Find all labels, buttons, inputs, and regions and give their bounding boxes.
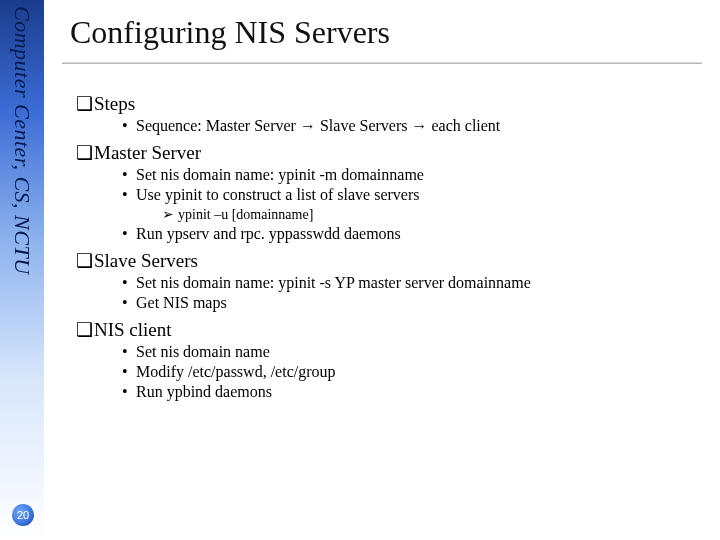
list-item: • Use ypinit to construct a list of slav… bbox=[122, 186, 702, 204]
rail-org-text: Computer Center, CS, NCTU bbox=[9, 6, 35, 275]
list-item: • Modify /etc/passwd, /etc/group bbox=[122, 363, 702, 381]
title-underline bbox=[62, 62, 702, 64]
arrow-icon: → bbox=[411, 117, 427, 134]
text-run: Sequence: Master Server bbox=[136, 117, 300, 134]
section-heading-steps: ❑ Steps bbox=[76, 92, 702, 115]
item-text: Set nis domain name bbox=[136, 343, 270, 361]
list-item: • Set nis domain name: ypinit -s YP mast… bbox=[122, 274, 702, 292]
list-item: • Set nis domain name: ypinit -m domainn… bbox=[122, 166, 702, 184]
content-area: ❑ Steps • Sequence: Master Server → Slav… bbox=[76, 92, 702, 401]
arrow-icon: → bbox=[300, 117, 316, 134]
slide-title: Configuring NIS Servers bbox=[70, 14, 390, 51]
left-rail: Computer Center, CS, NCTU bbox=[0, 0, 44, 540]
bullet-dot-icon: • bbox=[122, 343, 136, 361]
bullet-dot-icon: • bbox=[122, 166, 136, 184]
heading-text: Steps bbox=[94, 93, 135, 115]
item-text: Sequence: Master Server → Slave Servers … bbox=[136, 117, 500, 135]
section-heading-client: ❑ NIS client bbox=[76, 318, 702, 341]
slide: Computer Center, CS, NCTU 20 Configuring… bbox=[0, 0, 720, 540]
list-item: ➢ ypinit –u [domainname] bbox=[162, 206, 702, 223]
bullet-dot-icon: • bbox=[122, 383, 136, 401]
bullet-arrowhead-icon: ➢ bbox=[162, 206, 178, 223]
heading-text: Master Server bbox=[94, 142, 201, 164]
bullet-square-icon: ❑ bbox=[76, 249, 94, 272]
text-run: each client bbox=[427, 117, 500, 134]
list-item: • Sequence: Master Server → Slave Server… bbox=[122, 117, 702, 135]
bullet-dot-icon: • bbox=[122, 294, 136, 312]
list-item: • Set nis domain name bbox=[122, 343, 702, 361]
text-run: Slave Servers bbox=[316, 117, 412, 134]
item-text: Use ypinit to construct a list of slave … bbox=[136, 186, 420, 204]
heading-text: Slave Servers bbox=[94, 250, 198, 272]
bullet-dot-icon: • bbox=[122, 363, 136, 381]
section-heading-slave: ❑ Slave Servers bbox=[76, 249, 702, 272]
item-text: Set nis domain name: ypinit -s YP master… bbox=[136, 274, 531, 292]
item-text: Set nis domain name: ypinit -m domainnam… bbox=[136, 166, 424, 184]
list-item: • Run ypbind daemons bbox=[122, 383, 702, 401]
bullet-square-icon: ❑ bbox=[76, 141, 94, 164]
list-item: • Get NIS maps bbox=[122, 294, 702, 312]
section-heading-master: ❑ Master Server bbox=[76, 141, 702, 164]
item-text: ypinit –u [domainname] bbox=[178, 207, 313, 223]
item-text: Modify /etc/passwd, /etc/group bbox=[136, 363, 336, 381]
item-text: Get NIS maps bbox=[136, 294, 227, 312]
page-number-badge: 20 bbox=[12, 504, 34, 526]
bullet-square-icon: ❑ bbox=[76, 318, 94, 341]
bullet-dot-icon: • bbox=[122, 274, 136, 292]
item-text: Run ypbind daemons bbox=[136, 383, 272, 401]
bullet-dot-icon: • bbox=[122, 225, 136, 243]
bullet-dot-icon: • bbox=[122, 186, 136, 204]
bullet-dot-icon: • bbox=[122, 117, 136, 135]
item-text: Run ypserv and rpc. yppasswdd daemons bbox=[136, 225, 401, 243]
list-item: • Run ypserv and rpc. yppasswdd daemons bbox=[122, 225, 702, 243]
bullet-square-icon: ❑ bbox=[76, 92, 94, 115]
heading-text: NIS client bbox=[94, 319, 172, 341]
